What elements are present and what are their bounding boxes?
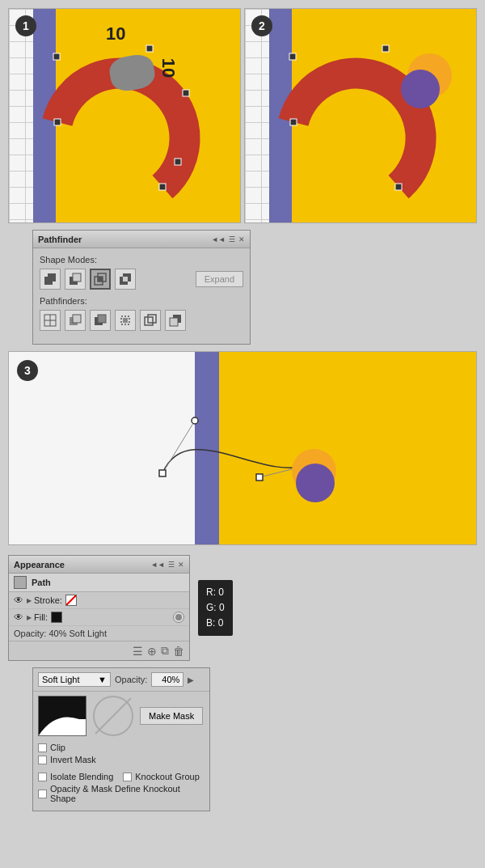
opacity-mask-label: Opacity & Mask Define Knockout Shape bbox=[50, 784, 205, 803]
opacity-mask-checkbox[interactable] bbox=[38, 790, 47, 798]
svg-rect-7 bbox=[395, 184, 402, 190]
svg-rect-37 bbox=[256, 474, 263, 481]
svg-rect-2 bbox=[53, 53, 60, 60]
pathfinders-row bbox=[40, 310, 243, 331]
fill-circle-btn[interactable] bbox=[173, 612, 184, 623]
stroke-visibility-icon[interactable]: 👁 bbox=[14, 595, 23, 606]
fill-visibility-icon[interactable]: 👁 bbox=[14, 612, 23, 623]
unite-btn[interactable] bbox=[40, 269, 61, 290]
opacity-mask-row: Opacity & Mask Define Knockout Shape bbox=[38, 784, 205, 803]
appearance-collapse-btn[interactable]: ◄◄ bbox=[150, 561, 165, 569]
opacity-label: Opacity: bbox=[115, 675, 147, 684]
top-row: 1 10 10 2 bbox=[0, 0, 485, 227]
svg-rect-25 bbox=[73, 315, 81, 323]
intersect-btn[interactable] bbox=[90, 269, 111, 290]
shape-modes-row: Expand bbox=[40, 269, 243, 290]
svg-rect-5 bbox=[175, 159, 181, 165]
svg-rect-9 bbox=[382, 45, 389, 52]
svg-rect-4 bbox=[183, 90, 189, 96]
outline-btn[interactable] bbox=[140, 310, 161, 331]
fill-swatch[interactable] bbox=[51, 612, 62, 623]
canvas-panel-2: 2 bbox=[244, 8, 477, 223]
merge-btn[interactable] bbox=[90, 310, 111, 331]
transparency-row1: Soft Light ▼ Opacity: 40% ▶ bbox=[33, 668, 209, 692]
appearance-fill-row: 👁 ▶ Fill: bbox=[9, 609, 189, 626]
minus-back-btn[interactable] bbox=[165, 310, 186, 331]
knockout-checkbox[interactable] bbox=[123, 773, 132, 781]
svg-rect-12 bbox=[48, 273, 56, 282]
p1-donut-svg bbox=[33, 25, 203, 211]
pathfinder-menu-btn[interactable]: ☰ bbox=[229, 235, 235, 243]
blend-mode-value: Soft Light bbox=[42, 675, 79, 684]
exclude-btn[interactable] bbox=[115, 269, 136, 290]
invert-mask-checkbox[interactable] bbox=[38, 756, 47, 764]
appearance-delete-icon[interactable]: 🗑 bbox=[173, 645, 184, 658]
clip-row: Clip bbox=[38, 743, 205, 752]
expand-btn[interactable]: Expand bbox=[196, 271, 243, 287]
svg-rect-36 bbox=[159, 470, 166, 476]
panel-number-2: 2 bbox=[251, 15, 272, 36]
appearance-bottom-bar: ☰ ⊕ ⧉ 🗑 bbox=[9, 641, 189, 660]
stroke-swatch[interactable] bbox=[65, 595, 77, 606]
isolate-checkbox[interactable] bbox=[38, 773, 47, 781]
panel-number-1: 1 bbox=[15, 15, 36, 36]
canvas-panel-3: 3 bbox=[8, 351, 477, 545]
fill-expand-triangle[interactable]: ▶ bbox=[27, 614, 32, 621]
rgb-tooltip: R: 0 G: 0 B: 0 bbox=[198, 580, 233, 637]
opacity-stepper[interactable]: ▶ bbox=[188, 675, 194, 684]
svg-rect-3 bbox=[146, 45, 153, 52]
pathfinder-body: Shape Modes: Expand bbox=[33, 248, 250, 344]
appearance-stroke-row: 👁 ▶ Stroke: bbox=[9, 592, 189, 609]
divide-btn[interactable] bbox=[40, 310, 61, 331]
transparency-row4: Isolate Blending Knockout Group Opacity … bbox=[33, 769, 209, 811]
appearance-close-btn[interactable]: ✕ bbox=[178, 561, 184, 569]
opacity-value-field[interactable]: 40% bbox=[151, 672, 183, 687]
crop-btn[interactable] bbox=[115, 310, 136, 331]
pathfinder-close-btn[interactable]: ✕ bbox=[238, 235, 245, 243]
svg-rect-14 bbox=[73, 273, 81, 282]
appearance-path-label: Path bbox=[32, 578, 51, 587]
pathfinder-collapse-btn[interactable]: ◄◄ bbox=[211, 235, 226, 243]
make-mask-btn[interactable]: Make Mask bbox=[140, 707, 203, 725]
appearance-title: Appearance bbox=[14, 560, 65, 569]
p1-label-10-rotated: 10 bbox=[158, 58, 179, 78]
appearance-duplicate-icon[interactable]: ⧉ bbox=[161, 644, 169, 658]
opacity-label: Opacity: 40% Soft Light bbox=[14, 629, 107, 638]
svg-point-40 bbox=[175, 614, 182, 620]
trim-btn[interactable] bbox=[65, 310, 86, 331]
svg-rect-20 bbox=[123, 277, 128, 282]
invert-mask-row: Invert Mask bbox=[38, 755, 205, 764]
clip-checkbox[interactable] bbox=[38, 743, 47, 752]
appearance-path-row: Path bbox=[9, 574, 189, 592]
appearance-add-icon[interactable]: ⊕ bbox=[147, 645, 157, 658]
no-slash bbox=[95, 697, 131, 734]
p1-label-10: 10 bbox=[106, 23, 125, 44]
rgb-b: B: 0 bbox=[206, 616, 225, 631]
no-mask-icon bbox=[93, 696, 133, 736]
blend-mode-arrow: ▼ bbox=[98, 675, 107, 684]
svg-rect-29 bbox=[123, 318, 128, 323]
isolate-row: Isolate Blending Knockout Group bbox=[38, 772, 205, 781]
transparency-panel: Soft Light ▼ Opacity: 40% ▶ Make Mask bbox=[32, 667, 210, 811]
blend-mode-select[interactable]: Soft Light ▼ bbox=[38, 672, 111, 687]
pathfinder-titlebar: Pathfinder ◄◄ ☰ ✕ bbox=[33, 231, 250, 248]
appearance-panel: Appearance ◄◄ ☰ ✕ Path 👁 ▶ Stroke: bbox=[8, 555, 190, 661]
svg-rect-6 bbox=[290, 119, 297, 125]
svg-point-38 bbox=[192, 417, 198, 424]
appearance-menu-btn[interactable]: ☰ bbox=[168, 561, 175, 569]
minus-front-btn[interactable] bbox=[65, 269, 86, 290]
appearance-opacity-row: Opacity: 40% Soft Light bbox=[9, 626, 189, 641]
pathfinder-controls: ◄◄ ☰ ✕ bbox=[211, 235, 245, 243]
svg-rect-1 bbox=[159, 184, 166, 190]
pathfinder-section: Pathfinder ◄◄ ☰ ✕ Shape Modes: bbox=[0, 227, 485, 348]
appearance-section: Appearance ◄◄ ☰ ✕ Path 👁 ▶ Stroke: bbox=[0, 548, 485, 667]
panel3-section: 3 bbox=[0, 348, 485, 548]
svg-rect-30 bbox=[145, 317, 153, 325]
transparency-thumb bbox=[38, 696, 86, 736]
stroke-expand-triangle[interactable]: ▶ bbox=[27, 597, 32, 604]
p2-donut-svg bbox=[269, 25, 439, 211]
knockout-label: Knockout Group bbox=[135, 772, 200, 781]
rgb-r: R: 0 bbox=[206, 585, 225, 600]
appearance-options-icon[interactable]: ☰ bbox=[133, 645, 143, 658]
transparency-section: Soft Light ▼ Opacity: 40% ▶ Make Mask bbox=[0, 667, 485, 818]
